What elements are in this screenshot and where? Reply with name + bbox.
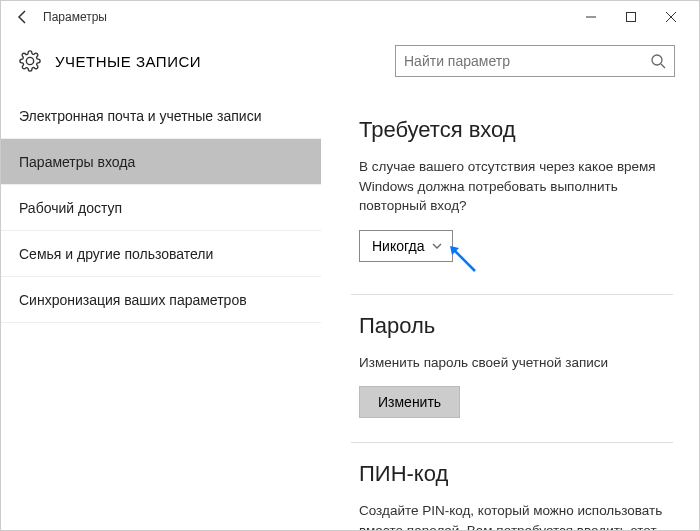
svg-point-1 bbox=[652, 55, 662, 65]
divider bbox=[351, 442, 673, 443]
change-password-button[interactable]: Изменить bbox=[359, 386, 460, 418]
close-button[interactable] bbox=[651, 3, 691, 31]
back-button[interactable] bbox=[9, 3, 37, 31]
section-desc-password: Изменить пароль своей учетной записи bbox=[359, 353, 673, 373]
minimize-button[interactable] bbox=[571, 3, 611, 31]
select-value: Никогда bbox=[372, 238, 424, 254]
sidebar-item-family-users[interactable]: Семья и другие пользователи bbox=[1, 231, 321, 277]
sidebar-item-label: Синхронизация ваших параметров bbox=[19, 292, 247, 308]
close-icon bbox=[666, 12, 676, 22]
svg-rect-0 bbox=[627, 13, 636, 22]
search-input[interactable] bbox=[404, 53, 650, 69]
divider bbox=[351, 294, 673, 295]
maximize-button[interactable] bbox=[611, 3, 651, 31]
chevron-down-icon bbox=[432, 241, 442, 251]
sidebar: Электронная почта и учетные записи Парам… bbox=[1, 89, 321, 531]
sidebar-item-label: Рабочий доступ bbox=[19, 200, 122, 216]
require-signin-select[interactable]: Никогда bbox=[359, 230, 453, 262]
window-title: Параметры bbox=[43, 10, 571, 24]
section-heading-pin: ПИН-код bbox=[359, 461, 673, 487]
window-controls bbox=[571, 3, 691, 31]
sidebar-item-signin-options[interactable]: Параметры входа bbox=[1, 139, 321, 185]
section-desc-pin: Создайте PIN-код, который можно использо… bbox=[359, 501, 673, 531]
section-heading-password: Пароль bbox=[359, 313, 673, 339]
sidebar-item-sync-settings[interactable]: Синхронизация ваших параметров bbox=[1, 277, 321, 323]
sidebar-item-email-accounts[interactable]: Электронная почта и учетные записи bbox=[1, 93, 321, 139]
search-box[interactable] bbox=[395, 45, 675, 77]
gear-icon bbox=[19, 50, 41, 72]
section-desc-signin-required: В случае вашего отсутствия через какое в… bbox=[359, 157, 673, 216]
minimize-icon bbox=[586, 12, 596, 22]
sidebar-item-work-access[interactable]: Рабочий доступ bbox=[1, 185, 321, 231]
section-heading-signin-required: Требуется вход bbox=[359, 117, 673, 143]
sidebar-item-label: Параметры входа bbox=[19, 154, 135, 170]
search-icon bbox=[650, 53, 666, 69]
page-title: УЧЕТНЫЕ ЗАПИСИ bbox=[55, 53, 395, 70]
arrow-left-icon bbox=[15, 9, 31, 25]
titlebar: Параметры bbox=[1, 1, 699, 33]
body: Электронная почта и учетные записи Парам… bbox=[1, 89, 699, 531]
maximize-icon bbox=[626, 12, 636, 22]
content-pane: Требуется вход В случае вашего отсутстви… bbox=[321, 89, 699, 531]
sidebar-item-label: Электронная почта и учетные записи bbox=[19, 108, 261, 124]
sidebar-item-label: Семья и другие пользователи bbox=[19, 246, 213, 262]
header: УЧЕТНЫЕ ЗАПИСИ bbox=[1, 33, 699, 89]
